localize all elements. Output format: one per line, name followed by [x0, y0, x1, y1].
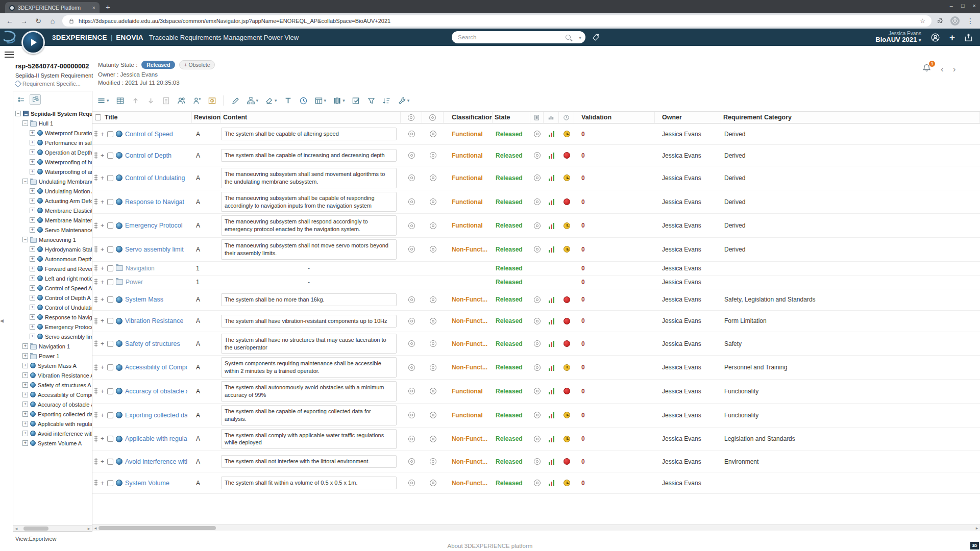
tree-expander-icon[interactable]: +	[30, 334, 35, 339]
drag-handle-icon[interactable]	[94, 131, 97, 137]
tree-item[interactable]: + Undulating Motion A	[13, 186, 92, 196]
search-box[interactable]: ▾	[452, 31, 585, 43]
table-row[interactable]: + System Mass A The system shall be no m…	[92, 289, 980, 311]
maturity-chart-icon[interactable]	[549, 222, 554, 229]
status-target-icon[interactable]	[534, 246, 541, 253]
row-expand-icon[interactable]: +	[100, 458, 105, 465]
satisfies-relations-icon[interactable]	[430, 131, 436, 137]
row-content-field[interactable]: The system shall be capable of altering …	[221, 128, 397, 140]
about-platform-link[interactable]: About 3DEXPERIENCE platform	[0, 543, 980, 549]
back-button[interactable]: ←	[5, 17, 14, 25]
drag-handle-icon[interactable]	[94, 318, 97, 324]
header-owner[interactable]: Owner	[655, 112, 721, 123]
satisfies-relations-icon[interactable]	[430, 364, 436, 371]
tree-item[interactable]: + Control of Speed A	[13, 283, 92, 293]
tree-item[interactable]: + Applicable with regulati...	[13, 419, 92, 429]
header-satisfies-relations-icon[interactable]	[422, 112, 444, 123]
status-target-icon[interactable]	[534, 340, 541, 347]
status-target-icon[interactable]	[534, 458, 541, 465]
row-checkbox[interactable]	[107, 279, 113, 285]
maturity-state-chip[interactable]: Released	[141, 61, 175, 69]
tree-expander-icon[interactable]: +	[22, 440, 28, 446]
tree-item[interactable]: + Waterproofing of hul...	[13, 157, 92, 167]
maturity-chart-icon[interactable]	[549, 131, 554, 137]
header-revision[interactable]: Revision	[192, 112, 221, 123]
table-row[interactable]: + Applicable with regulatio A The system…	[92, 428, 980, 452]
failed-status-icon[interactable]	[564, 318, 570, 324]
table-row[interactable]: + Accessibility of Compon A System compo…	[92, 356, 980, 380]
satisfies-relations-icon[interactable]	[430, 222, 436, 229]
status-target-icon[interactable]	[534, 388, 541, 394]
tree-item[interactable]: + Membrane Maintena...	[13, 215, 92, 225]
status-target-icon[interactable]	[534, 174, 541, 181]
row-content-field[interactable]: The system shall be capable of exporting…	[221, 405, 397, 425]
maturity-chart-icon[interactable]	[549, 412, 554, 418]
compass-icon[interactable]	[21, 31, 45, 54]
tree-item[interactable]: + Hydrodynamic Stabi...	[13, 244, 92, 254]
satisfies-relations-icon[interactable]	[430, 458, 436, 465]
satisfies-relations-icon[interactable]	[430, 152, 436, 159]
derived-relations-icon[interactable]	[408, 340, 415, 347]
tree-item[interactable]: + Autonomous Depth ...	[13, 254, 92, 264]
drag-handle-icon[interactable]	[94, 296, 97, 303]
drag-handle-icon[interactable]	[94, 174, 97, 181]
derived-relations-icon[interactable]	[408, 364, 415, 371]
row-title-link[interactable]: Accuracy of obstacle av	[125, 388, 187, 395]
tree-expander-icon[interactable]: +	[22, 363, 28, 368]
tree-expander-icon[interactable]: −	[22, 237, 28, 242]
tree-item[interactable]: + Vibration Resistance A	[13, 370, 92, 380]
status-target-icon[interactable]	[534, 364, 541, 371]
window-maximize-button[interactable]: □	[961, 3, 965, 9]
tree-item[interactable]: + Response to Naviga...	[13, 312, 92, 322]
pending-clock-icon[interactable]	[564, 436, 570, 442]
row-content-field[interactable]: The system shall autonomously avoid obst…	[221, 381, 397, 402]
pending-clock-icon[interactable]	[564, 246, 570, 253]
tree-expander-icon[interactable]: +	[30, 295, 35, 300]
derived-relations-icon[interactable]	[408, 222, 415, 229]
row-checkbox[interactable]	[107, 153, 113, 159]
tree-item[interactable]: + Exporting collected dat...	[13, 409, 92, 419]
row-expand-icon[interactable]: +	[100, 388, 105, 395]
row-expand-icon[interactable]: +	[100, 174, 105, 182]
derived-relations-icon[interactable]	[408, 436, 415, 442]
row-title-link[interactable]: Applicable with regulatio	[125, 435, 187, 442]
drag-handle-icon[interactable]	[94, 436, 97, 442]
satisfies-relations-icon[interactable]	[430, 174, 436, 181]
status-target-icon[interactable]	[534, 296, 541, 303]
header-state[interactable]: State	[493, 112, 530, 123]
table-row[interactable]: + Avoid interference with l A The system…	[92, 451, 980, 472]
tree-expander-icon[interactable]: −	[15, 111, 21, 116]
row-expand-icon[interactable]: +	[100, 198, 105, 206]
scroll-right-icon[interactable]: ▸	[974, 525, 980, 531]
row-checkbox[interactable]	[107, 175, 113, 181]
drag-handle-icon[interactable]	[94, 152, 97, 159]
tree-expander-icon[interactable]: +	[30, 169, 35, 174]
derived-relations-icon[interactable]	[408, 198, 415, 205]
time-chart-button[interactable]	[297, 94, 310, 107]
drag-handle-icon[interactable]	[94, 222, 97, 229]
derived-relations-icon[interactable]	[408, 174, 415, 181]
extensions-icon[interactable]	[937, 17, 944, 25]
add-content-button[interactable]: +	[949, 33, 955, 42]
row-checkbox[interactable]	[107, 246, 113, 253]
tree-expander-icon[interactable]: +	[22, 402, 28, 407]
row-checkbox[interactable]	[107, 341, 113, 347]
tree-item[interactable]: + Membrane Elasticity ...	[13, 206, 92, 215]
forward-button[interactable]: →	[19, 17, 29, 25]
tree-item[interactable]: + Control of Depth A	[13, 293, 92, 303]
drag-handle-icon[interactable]	[94, 246, 97, 253]
row-expand-icon[interactable]: +	[100, 412, 105, 419]
delete-button[interactable]: ▾	[263, 94, 279, 107]
row-expand-icon[interactable]: +	[100, 317, 105, 324]
user-profile-icon[interactable]	[930, 33, 940, 42]
validate-button[interactable]	[350, 94, 362, 107]
pending-clock-icon[interactable]	[564, 131, 570, 137]
row-expand-icon[interactable]: +	[100, 340, 105, 347]
tree-item[interactable]: + Accessibility of Compo...	[13, 390, 92, 399]
derived-relations-icon[interactable]	[408, 131, 415, 137]
maturity-chart-icon[interactable]	[549, 318, 554, 324]
table-row[interactable]: + Servo assembly limit A The manoeuvring…	[92, 238, 980, 262]
tag-icon[interactable]	[592, 33, 600, 42]
satisfies-relations-icon[interactable]	[430, 388, 436, 394]
row-checkbox[interactable]	[107, 199, 113, 205]
